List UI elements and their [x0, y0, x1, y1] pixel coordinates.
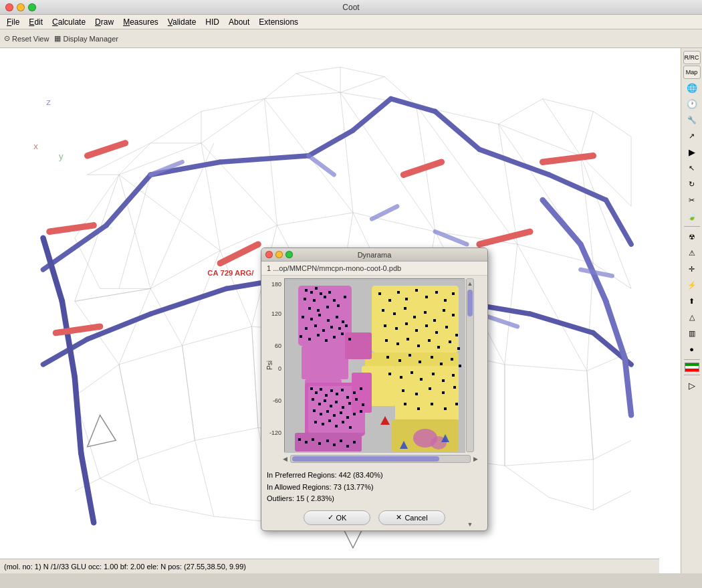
ramachandran-plot[interactable]: [284, 278, 465, 452]
y-label-0: 0: [278, 365, 281, 372]
rc-button[interactable]: R/RC: [683, 51, 701, 64]
svg-rect-260: [452, 292, 455, 295]
svg-rect-276: [455, 334, 458, 336]
maximize-button[interactable]: [28, 3, 36, 11]
svg-rect-243: [298, 438, 301, 441]
dialog-title-bar: Dynarama: [261, 248, 487, 262]
svg-rect-206: [325, 339, 328, 342]
display-icon: ▦: [54, 34, 61, 43]
svg-rect-296: [420, 378, 423, 381]
minimize-button[interactable]: [17, 3, 25, 11]
scroll-left-arrow[interactable]: ◀: [283, 456, 287, 462]
svg-rect-234: [346, 416, 349, 419]
scissors-icon[interactable]: ✂: [685, 193, 699, 207]
svg-rect-282: [437, 346, 440, 349]
scroll-up-arrow[interactable]: ▲: [467, 280, 473, 287]
svg-rect-214: [330, 389, 333, 392]
play-icon[interactable]: ▶: [685, 144, 699, 159]
svg-rect-247: [326, 439, 329, 442]
svg-rect-274: [435, 331, 438, 334]
scroll-down-arrow[interactable]: ▼: [467, 521, 473, 528]
svg-rect-210: [310, 387, 313, 390]
svg-rect-277: [385, 339, 388, 342]
ok-button[interactable]: ✓ OK: [304, 510, 370, 525]
svg-rect-212: [320, 388, 322, 391]
dialog-maximize-button[interactable]: [285, 251, 293, 258]
plot-bottom-scrollbar[interactable]: [290, 455, 471, 463]
svg-rect-297: [432, 373, 435, 375]
svg-rect-275: [445, 326, 448, 328]
menu-calculate[interactable]: Calculate: [48, 16, 90, 28]
flag-icon[interactable]: [685, 363, 699, 372]
menu-extensions[interactable]: Extensions: [255, 16, 302, 28]
dialog-close-button[interactable]: [265, 251, 273, 258]
svg-rect-207: [333, 336, 336, 338]
dialog-title-buttons: [265, 251, 293, 258]
menu-measures[interactable]: Measures: [119, 16, 162, 28]
svg-rect-184: [328, 291, 331, 294]
svg-rect-255: [405, 298, 408, 300]
svg-rect-283: [449, 340, 451, 343]
svg-rect-264: [413, 316, 416, 318]
cancel-button[interactable]: ✕ Cancel: [378, 510, 445, 525]
svg-rect-162: [298, 286, 352, 346]
svg-rect-235: [353, 413, 356, 415]
menu-validate[interactable]: Validate: [164, 16, 201, 28]
cursor-icon[interactable]: ↖: [685, 161, 699, 175]
svg-rect-217: [346, 396, 349, 399]
tool1-icon[interactable]: 🔧: [685, 112, 699, 127]
atom-icon[interactable]: ⬆: [685, 294, 699, 308]
svg-rect-291: [451, 358, 453, 361]
svg-rect-181: [304, 298, 306, 300]
svg-rect-303: [442, 391, 445, 394]
dialog-body: Psi 180 120 60 0 -60 -120: [261, 276, 487, 467]
scrollbar-thumb[interactable]: [467, 290, 473, 316]
leaf-icon[interactable]: 🍃: [685, 209, 699, 223]
svg-rect-287: [408, 354, 411, 357]
sphere-icon[interactable]: ●: [685, 342, 699, 357]
svg-rect-204: [308, 338, 311, 340]
display-manager-button[interactable]: ▦ Display Manager: [54, 34, 118, 43]
menu-edit[interactable]: Edit: [25, 16, 47, 28]
svg-rect-249: [340, 439, 342, 442]
svg-rect-180: [320, 292, 322, 295]
rotate-icon[interactable]: ↻: [685, 177, 699, 191]
svg-rect-232: [333, 414, 336, 417]
triangle-icon[interactable]: △: [685, 310, 699, 324]
svg-text:y: y: [59, 151, 64, 161]
svg-rect-163: [302, 346, 348, 379]
bottom-scrollbar-thumb[interactable]: [292, 456, 439, 462]
map-button[interactable]: Map: [683, 66, 701, 79]
svg-rect-173: [345, 332, 372, 359]
arrow-right-icon[interactable]: ▷: [685, 378, 699, 393]
svg-rect-259: [444, 299, 447, 302]
dynarama-dialog[interactable]: Dynarama 1 ...op/MMCPN/mmcpn-mono-coot-0…: [261, 248, 488, 531]
scroll-right-arrow[interactable]: ▶: [473, 456, 478, 462]
svg-rect-292: [459, 365, 461, 367]
menu-hid[interactable]: HID: [201, 16, 223, 28]
reset-view-button[interactable]: ⊙ Reset View: [4, 34, 49, 43]
clock-icon[interactable]: 🕐: [685, 96, 699, 111]
svg-rect-242: [349, 426, 352, 429]
svg-rect-179: [315, 287, 318, 290]
cylinder-icon[interactable]: ▥: [685, 326, 699, 340]
warning-icon[interactable]: ⚠: [685, 246, 699, 260]
tool2-icon[interactable]: ↗: [685, 128, 699, 143]
close-button[interactable]: [5, 3, 13, 11]
svg-rect-230: [320, 413, 322, 415]
svg-rect-309: [455, 403, 458, 405]
svg-rect-256: [415, 289, 418, 292]
globe-icon[interactable]: 🌐: [685, 80, 699, 95]
crosshair-icon[interactable]: ✛: [685, 262, 699, 276]
bond-icon[interactable]: ⚡: [685, 278, 699, 292]
svg-rect-286: [398, 359, 401, 362]
hazard-icon[interactable]: ☢: [685, 229, 699, 244]
plot-scrollbar[interactable]: ▲ ▼: [466, 278, 474, 452]
svg-rect-240: [335, 425, 338, 427]
svg-rect-218: [353, 391, 356, 394]
menu-file[interactable]: File: [3, 16, 23, 28]
svg-rect-200: [330, 326, 333, 328]
dialog-minimize-button[interactable]: [275, 251, 283, 258]
menu-draw[interactable]: Draw: [91, 16, 118, 28]
menu-about[interactable]: About: [225, 16, 253, 28]
